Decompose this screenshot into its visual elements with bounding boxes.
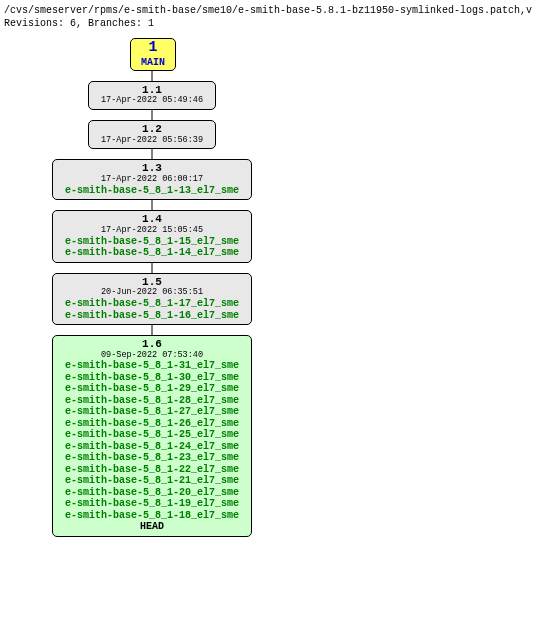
rev-tag: e-smith-base-5_8_1-24_el7_sme <box>58 441 246 453</box>
connector <box>4 110 304 120</box>
rev-date: 17-Apr-2022 05:56:39 <box>94 136 210 146</box>
connector <box>4 325 304 335</box>
rev-1.2: 1.2 17-Apr-2022 05:56:39 <box>88 120 216 149</box>
rev-tag: e-smith-base-5_8_1-25_el7_sme <box>58 429 246 441</box>
rev-1.5: 1.5 20-Jun-2022 06:35:51 e-smith-base-5_… <box>52 273 252 325</box>
rev-tag: e-smith-base-5_8_1-17_el7_sme <box>58 298 246 310</box>
rev-tag: e-smith-base-5_8_1-20_el7_sme <box>58 487 246 499</box>
file-path: /cvs/smeserver/rpms/e-smith-base/sme10/e… <box>4 4 544 17</box>
header: /cvs/smeserver/rpms/e-smith-base/sme10/e… <box>4 4 544 30</box>
rev-1.4: 1.4 17-Apr-2022 15:05:45 e-smith-base-5_… <box>52 210 252 262</box>
revision-tree: 1 MAIN 1.1 17-Apr-2022 05:49:46 1.2 17-A… <box>4 38 544 537</box>
rev-tag: e-smith-base-5_8_1-29_el7_sme <box>58 383 246 395</box>
rev-tag: e-smith-base-5_8_1-28_el7_sme <box>58 395 246 407</box>
rev-date: 17-Apr-2022 06:00:17 <box>58 175 246 185</box>
branch-main-num: 1 <box>141 40 165 57</box>
rev-1.1: 1.1 17-Apr-2022 05:49:46 <box>88 81 216 110</box>
rev-version: 1.4 <box>58 213 246 226</box>
rev-tag: e-smith-base-5_8_1-30_el7_sme <box>58 372 246 384</box>
rev-tag: e-smith-base-5_8_1-13_el7_sme <box>58 185 246 197</box>
connector <box>4 263 304 273</box>
rev-tag: e-smith-base-5_8_1-31_el7_sme <box>58 360 246 372</box>
rev-tag: e-smith-base-5_8_1-21_el7_sme <box>58 475 246 487</box>
connector <box>4 71 304 81</box>
rev-version: 1.6 <box>58 338 246 351</box>
rev-tag: e-smith-base-5_8_1-18_el7_sme <box>58 510 246 522</box>
rev-date: 17-Apr-2022 05:49:46 <box>94 96 210 106</box>
rev-tag: e-smith-base-5_8_1-16_el7_sme <box>58 310 246 322</box>
branch-main: 1 MAIN <box>130 38 176 71</box>
rev-1.3: 1.3 17-Apr-2022 06:00:17 e-smith-base-5_… <box>52 159 252 200</box>
rev-tag: e-smith-base-5_8_1-23_el7_sme <box>58 452 246 464</box>
branch-main-label: MAIN <box>141 57 165 68</box>
connector <box>4 149 304 159</box>
rev-tag: e-smith-base-5_8_1-27_el7_sme <box>58 406 246 418</box>
rev-head: HEAD <box>58 521 246 533</box>
rev-tag: e-smith-base-5_8_1-15_el7_sme <box>58 236 246 248</box>
connector <box>4 200 304 210</box>
revisions-count: Revisions: 6, Branches: 1 <box>4 17 544 30</box>
rev-date: 17-Apr-2022 15:05:45 <box>58 226 246 236</box>
rev-tag: e-smith-base-5_8_1-26_el7_sme <box>58 418 246 430</box>
rev-tag: e-smith-base-5_8_1-19_el7_sme <box>58 498 246 510</box>
rev-tag: e-smith-base-5_8_1-14_el7_sme <box>58 247 246 259</box>
rev-1.6: 1.6 09-Sep-2022 07:53:40 e-smith-base-5_… <box>52 335 252 537</box>
rev-date: 09-Sep-2022 07:53:40 <box>58 351 246 361</box>
rev-version: 1.2 <box>94 123 210 136</box>
rev-tag: e-smith-base-5_8_1-22_el7_sme <box>58 464 246 476</box>
rev-date: 20-Jun-2022 06:35:51 <box>58 288 246 298</box>
